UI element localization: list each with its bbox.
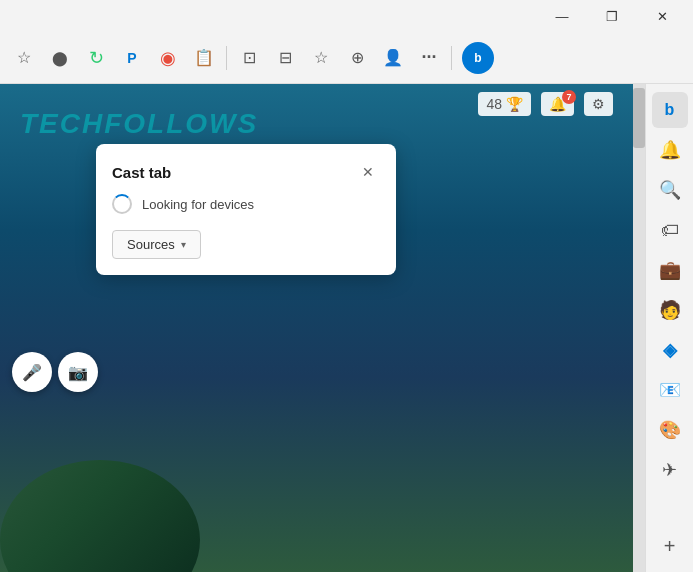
- chevron-down-icon: ▾: [181, 239, 186, 250]
- notification-stat[interactable]: 🔔 7: [541, 92, 574, 116]
- search-icon: 🔍: [659, 179, 681, 201]
- outlook-icon: 📧: [659, 379, 681, 401]
- sidebar-character[interactable]: 🧑: [652, 292, 688, 328]
- webpage-scrollbar[interactable]: [633, 84, 645, 572]
- character-icon: 🧑: [659, 299, 681, 321]
- favorites-icon[interactable]: ☆: [8, 42, 40, 74]
- right-sidebar: b 🔔 🔍 🏷 💼 🧑 ◈ 📧 🎨 ✈ +: [645, 84, 693, 572]
- score-value: 48: [486, 96, 502, 112]
- tag-icon: 🏷: [661, 220, 679, 241]
- notification-badge: 7: [562, 90, 576, 104]
- sidebar-add-button[interactable]: +: [652, 528, 688, 564]
- collections-icon[interactable]: ⊕: [341, 42, 373, 74]
- cast-popup: Cast tab ✕ Looking for devices Sources ▾: [96, 144, 396, 275]
- cast-status-text: Looking for devices: [142, 197, 254, 212]
- floating-buttons: 🎤 📷: [12, 352, 98, 392]
- webpage-content: TECHFOLLOWS 48 🏆 🔔 7 ⚙ 🎤 📷: [0, 84, 633, 572]
- cast-status-row: Looking for devices: [112, 194, 380, 214]
- background-decoration: [0, 412, 200, 572]
- extension-icon-3[interactable]: P: [116, 42, 148, 74]
- sidebar-outlook[interactable]: 📧: [652, 372, 688, 408]
- extension-icon-4[interactable]: ◉: [152, 42, 184, 74]
- microphone-button[interactable]: 🎤: [12, 352, 52, 392]
- sidebar-notifications[interactable]: 🔔: [652, 132, 688, 168]
- briefcase-icon: 💼: [659, 259, 681, 281]
- close-icon: ✕: [362, 164, 374, 180]
- sidebar-tag[interactable]: 🏷: [652, 212, 688, 248]
- paint-icon: 🎨: [659, 419, 681, 441]
- sources-label: Sources: [127, 237, 175, 252]
- sidebar-search[interactable]: 🔍: [652, 172, 688, 208]
- extension-icon-5[interactable]: 📋: [188, 42, 220, 74]
- cast-popup-title: Cast tab: [112, 164, 171, 181]
- site-logo: TECHFOLLOWS: [20, 108, 258, 140]
- loading-spinner: [112, 194, 132, 214]
- cast-popup-header: Cast tab ✕: [112, 160, 380, 184]
- cast-close-button[interactable]: ✕: [356, 160, 380, 184]
- settings-stat[interactable]: ⚙: [584, 92, 613, 116]
- trophy-icon: 🏆: [506, 96, 523, 112]
- profile-icon[interactable]: 👤: [377, 42, 409, 74]
- minimize-button[interactable]: —: [539, 0, 585, 32]
- favorites-bar-icon[interactable]: ☆: [305, 42, 337, 74]
- camera-button[interactable]: 📷: [58, 352, 98, 392]
- toolbar-divider-1: [226, 46, 227, 70]
- camera-icon: 📷: [68, 363, 88, 382]
- maximize-button[interactable]: ❐: [589, 0, 635, 32]
- settings-icon: ⚙: [592, 96, 605, 112]
- sidebar-send[interactable]: ✈: [652, 452, 688, 488]
- sidebar-bing-chat[interactable]: b: [652, 92, 688, 128]
- main-area: TECHFOLLOWS 48 🏆 🔔 7 ⚙ 🎤 📷: [0, 84, 693, 572]
- toolbar-divider-2: [451, 46, 452, 70]
- close-button[interactable]: ✕: [639, 0, 685, 32]
- scrollbar-thumb[interactable]: [633, 88, 645, 148]
- mic-icon: 🎤: [22, 363, 42, 382]
- score-stat: 48 🏆: [478, 92, 531, 116]
- cast-icon[interactable]: ⊡: [233, 42, 265, 74]
- title-bar: — ❐ ✕: [0, 0, 693, 32]
- browser-toolbar: ☆ ⬤ ↻ P ◉ 📋 ⊡ ⊟ ☆ ⊕ 👤 ··· b: [0, 32, 693, 84]
- extension-icon-2[interactable]: ↻: [80, 42, 112, 74]
- page-stats-bar: 48 🏆 🔔 7 ⚙: [478, 92, 613, 116]
- notification-icon: 🔔: [659, 139, 681, 161]
- extension-icon-1[interactable]: ⬤: [44, 42, 76, 74]
- send-icon: ✈: [662, 459, 677, 481]
- sidebar-briefcase[interactable]: 💼: [652, 252, 688, 288]
- sidebar-paint[interactable]: 🎨: [652, 412, 688, 448]
- sidebar-bottom: +: [652, 528, 688, 572]
- more-options-icon[interactable]: ···: [413, 42, 445, 74]
- sidebar-edge[interactable]: ◈: [652, 332, 688, 368]
- split-screen-icon[interactable]: ⊟: [269, 42, 301, 74]
- bing-chat-button[interactable]: b: [462, 42, 494, 74]
- sources-button[interactable]: Sources ▾: [112, 230, 201, 259]
